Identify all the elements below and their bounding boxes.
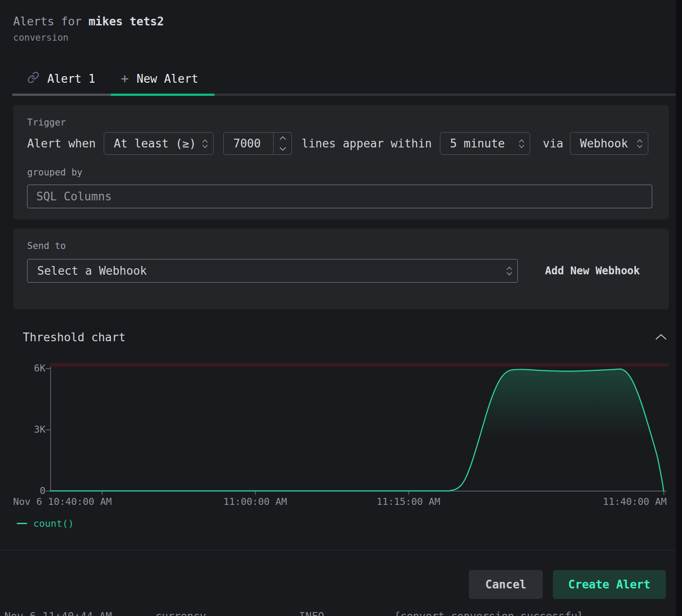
plus-icon: + bbox=[121, 72, 129, 85]
log-timestamp: Nov 6 11:40:44 AM bbox=[4, 611, 112, 616]
tab-alert-1[interactable]: Alert 1 bbox=[27, 68, 95, 89]
footer-divider bbox=[0, 550, 682, 550]
trigger-label: Trigger bbox=[27, 117, 66, 128]
chart-legend: count() bbox=[17, 518, 74, 529]
chevron-up-down-icon bbox=[637, 139, 648, 149]
threshold-chart bbox=[0, 359, 682, 503]
comparator-value: At least (≥) bbox=[104, 137, 202, 150]
grouped-by-label: grouped by bbox=[27, 167, 82, 178]
right-edge-strip bbox=[676, 0, 682, 616]
chevron-up-down-icon bbox=[202, 139, 213, 149]
link-icon bbox=[27, 71, 39, 86]
lines-appear-text: lines appear within bbox=[302, 132, 432, 155]
stepper-up-icon[interactable] bbox=[274, 133, 292, 144]
stepper-down-icon[interactable] bbox=[274, 144, 292, 154]
alert-dialog: Alerts for mikes tets2 conversion Alert … bbox=[0, 0, 682, 616]
trigger-card: Trigger Alert when At least (≥) lines ap bbox=[13, 105, 669, 220]
tab-alert-1-underline bbox=[12, 94, 111, 96]
tab-new-alert-label: New Alert bbox=[137, 72, 198, 85]
page-title-prefix: Alerts for bbox=[13, 15, 88, 28]
x-tick-1115: 11:15:00 AM bbox=[376, 496, 440, 508]
y-tick-3k: 3K bbox=[15, 424, 46, 435]
collapse-chevron-up-icon[interactable] bbox=[655, 333, 667, 342]
window-select[interactable]: 5 minute bbox=[440, 132, 530, 155]
threshold-band bbox=[50, 363, 669, 367]
chevron-up-down-icon bbox=[506, 266, 517, 276]
comparator-select[interactable]: At least (≥) bbox=[104, 132, 214, 155]
active-tab-underline bbox=[111, 94, 214, 96]
add-new-webhook-button[interactable]: Add New Webhook bbox=[545, 259, 640, 283]
threshold-input[interactable] bbox=[224, 133, 273, 154]
dataset-name: mikes tets2 bbox=[88, 15, 164, 28]
legend-count-label: count() bbox=[33, 518, 74, 529]
webhook-select[interactable]: Select a Webhook bbox=[27, 259, 518, 283]
alert-when-text: Alert when bbox=[27, 132, 96, 155]
log-level: INFO bbox=[299, 611, 324, 616]
cancel-button[interactable]: Cancel bbox=[469, 570, 543, 599]
grouped-by-input[interactable] bbox=[27, 185, 652, 208]
threshold-stepper bbox=[273, 133, 292, 154]
log-column: currency bbox=[155, 611, 206, 616]
tab-new-alert[interactable]: + New Alert bbox=[121, 68, 198, 89]
send-to-card: Send to Select a Webhook Add New Webhook bbox=[13, 228, 669, 309]
series-area-fill bbox=[50, 369, 664, 491]
chart-canvas bbox=[0, 359, 682, 503]
webhook-select-value: Select a Webhook bbox=[28, 264, 506, 277]
x-tick-start: Nov 6 10:40:00 AM bbox=[13, 496, 112, 508]
alert-tabs: Alert 1 + New Alert bbox=[0, 66, 682, 96]
y-tick-0: 0 bbox=[15, 485, 46, 497]
page-subtitle: conversion bbox=[13, 32, 68, 43]
window-value: 5 minute bbox=[440, 137, 519, 150]
threshold-chart-title: Threshold chart bbox=[23, 331, 126, 344]
threshold-input-group bbox=[223, 132, 292, 155]
send-to-label: Send to bbox=[27, 241, 66, 251]
channel-select[interactable]: Webhook bbox=[570, 132, 648, 155]
channel-value: Webhook bbox=[570, 137, 637, 150]
tab-alert-1-label: Alert 1 bbox=[47, 72, 95, 85]
chevron-up-down-icon bbox=[519, 139, 530, 149]
log-message: {convert conversion successful bbox=[394, 611, 584, 616]
x-tick-end: 11:40:00 AM bbox=[603, 496, 667, 508]
y-tick-6k: 6K bbox=[15, 363, 46, 374]
legend-line-swatch bbox=[17, 523, 27, 524]
x-tick-1100: 11:00:00 AM bbox=[223, 496, 287, 508]
background-log-row: Nov 6 11:40:44 AM currency INFO {convert… bbox=[0, 611, 682, 616]
create-alert-button[interactable]: Create Alert bbox=[553, 570, 666, 599]
page-title: Alerts for mikes tets2 bbox=[13, 15, 164, 28]
via-text: via bbox=[543, 132, 563, 155]
